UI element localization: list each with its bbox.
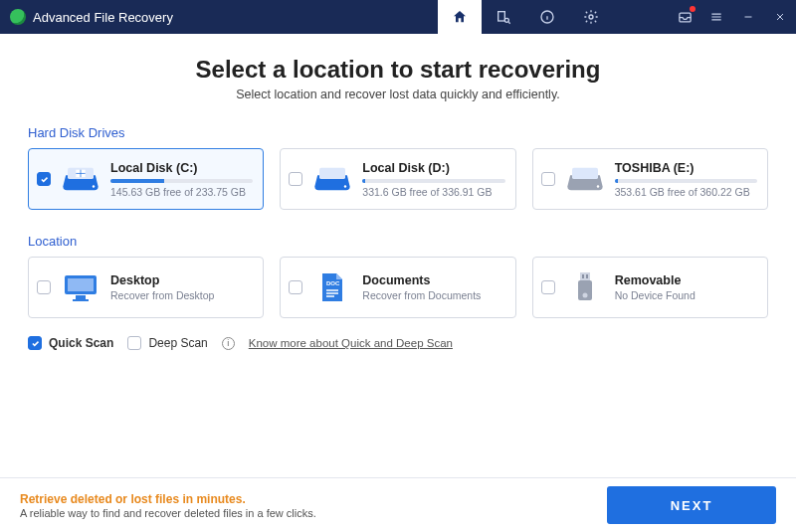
menu-button[interactable] (700, 0, 732, 34)
tab-scan-results[interactable] (482, 0, 525, 34)
hamburger-icon (709, 10, 723, 24)
app-title: Advanced File Recovery (33, 10, 173, 25)
hard-drive-icon (312, 165, 352, 193)
header-nav (438, 0, 613, 34)
location-checkbox[interactable] (37, 280, 51, 294)
list-search-icon (496, 9, 511, 25)
location-card[interactable]: Removable No Device Found (532, 257, 768, 318)
drive-checkbox[interactable] (37, 172, 51, 186)
drive-checkbox[interactable] (289, 172, 302, 186)
svg-point-9 (344, 185, 346, 187)
main-panel: Select a location to start recovering Se… (0, 34, 796, 477)
tab-home[interactable] (438, 0, 482, 34)
drive-name: TOSHIBA (E:) (615, 161, 757, 175)
inbox-icon (678, 10, 693, 25)
location-checkbox[interactable] (541, 280, 555, 294)
locations-row: Desktop Recover from Desktop DOC Documen… (28, 257, 768, 318)
svg-rect-15 (73, 299, 89, 301)
drive-usage-bar (110, 179, 253, 183)
notifications-button[interactable] (669, 0, 700, 34)
location-card[interactable]: DOC Documents Recover from Documents (280, 257, 515, 318)
app-logo-icon (10, 9, 26, 25)
usb-icon (565, 273, 605, 301)
page-subtitle: Select location and recover lost data qu… (28, 88, 768, 101)
footer-promo-title: Retrieve deleted or lost files in minute… (20, 492, 316, 506)
location-sub: Recover from Documents (362, 289, 504, 301)
title-bar: Advanced File Recovery (0, 0, 796, 34)
gear-icon (583, 9, 599, 25)
svg-point-21 (582, 293, 587, 298)
drive-checkbox[interactable] (541, 172, 555, 186)
svg-rect-19 (586, 274, 588, 278)
minimize-button[interactable] (732, 0, 764, 34)
location-name: Documents (362, 273, 504, 287)
location-sub: No Device Found (615, 289, 757, 301)
location-card[interactable]: Desktop Recover from Desktop (28, 257, 264, 318)
drive-name: Local Disk (C:) (110, 161, 253, 175)
drive-free-space: 331.6 GB free of 336.91 GB (362, 186, 504, 198)
svg-rect-18 (582, 274, 584, 278)
drives-row: Local Disk (C:) 145.63 GB free of 233.75… (28, 148, 768, 210)
drive-name: Local Disk (D:) (362, 161, 504, 175)
close-icon (774, 11, 786, 23)
window-controls (669, 0, 796, 34)
quick-scan-checkbox[interactable] (28, 336, 42, 350)
svg-point-3 (589, 15, 593, 19)
drive-usage-bar (615, 179, 757, 183)
deep-scan-label: Deep Scan (148, 336, 207, 350)
drive-card[interactable]: Local Disk (C:) 145.63 GB free of 233.75… (28, 148, 264, 210)
home-icon (452, 9, 468, 25)
tab-settings[interactable] (569, 0, 613, 34)
document-icon: DOC (312, 273, 352, 301)
section-drives-label: Hard Disk Drives (28, 125, 768, 140)
minimize-icon (742, 11, 754, 23)
drive-card[interactable]: TOSHIBA (E:) 353.61 GB free of 360.22 GB (532, 148, 768, 210)
svg-rect-14 (76, 295, 86, 299)
footer-promo-sub: A reliable way to find and recover delet… (20, 507, 316, 519)
svg-rect-13 (68, 278, 94, 291)
footer-promo: Retrieve deleted or lost files in minute… (20, 492, 316, 519)
location-sub: Recover from Desktop (110, 289, 253, 301)
drive-card[interactable]: Local Disk (D:) 331.6 GB free of 336.91 … (280, 148, 515, 210)
notification-dot-icon (690, 6, 696, 12)
deep-scan-option[interactable]: Deep Scan (127, 336, 207, 350)
quick-scan-label: Quick Scan (49, 336, 113, 350)
monitor-icon (61, 273, 100, 301)
info-icon (539, 9, 555, 25)
scan-options: Quick Scan Deep Scan i Know more about Q… (28, 336, 768, 350)
hard-drive-icon (565, 165, 605, 193)
svg-point-7 (93, 185, 95, 187)
location-name: Desktop (110, 273, 253, 287)
svg-point-11 (596, 185, 598, 187)
drive-free-space: 145.63 GB free of 233.75 GB (110, 186, 253, 198)
svg-rect-10 (572, 168, 598, 179)
svg-text:DOC: DOC (326, 280, 340, 286)
location-checkbox[interactable] (289, 280, 302, 294)
section-locations-label: Location (28, 234, 768, 249)
location-name: Removable (615, 273, 757, 287)
drive-free-space: 353.61 GB free of 360.22 GB (615, 186, 757, 198)
app-brand: Advanced File Recovery (0, 9, 173, 25)
next-button[interactable]: NEXT (607, 486, 776, 524)
quick-scan-option[interactable]: Quick Scan (28, 336, 113, 350)
info-circle-icon: i (222, 337, 235, 350)
deep-scan-checkbox[interactable] (127, 336, 141, 350)
learn-more-link[interactable]: Know more about Quick and Deep Scan (249, 337, 453, 349)
svg-rect-8 (319, 168, 345, 179)
svg-point-1 (504, 18, 508, 22)
footer-bar: Retrieve deleted or lost files in minute… (0, 477, 796, 532)
drive-usage-bar (362, 179, 504, 183)
svg-rect-0 (498, 12, 505, 21)
svg-rect-17 (580, 272, 590, 280)
hard-drive-icon (61, 165, 100, 193)
tab-info[interactable] (525, 0, 569, 34)
page-title: Select a location to start recovering (28, 56, 768, 84)
close-button[interactable] (764, 0, 796, 34)
